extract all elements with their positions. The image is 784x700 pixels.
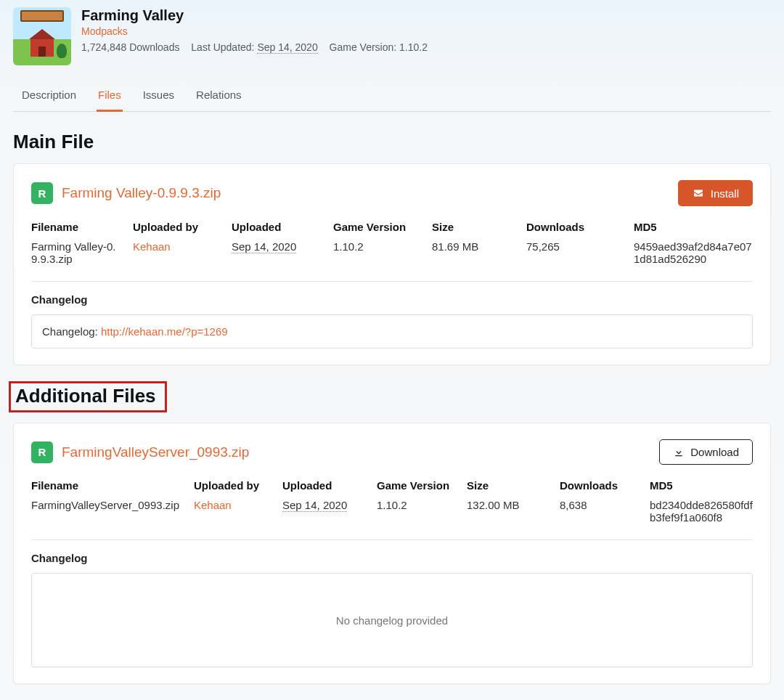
changelog-box: Changelog: http://kehaan.me/?p=1269 bbox=[31, 314, 753, 349]
col-uploaded-by: Uploaded by bbox=[133, 221, 219, 237]
main-uploaded-value: Sep 14, 2020 bbox=[232, 240, 296, 253]
additional-files-highlight: Additional Files bbox=[9, 381, 167, 412]
tabs: Description Files Issues Relations bbox=[13, 81, 771, 112]
col-filename: Filename bbox=[31, 221, 120, 237]
col-filename: Filename bbox=[31, 479, 181, 496]
install-button[interactable]: Install bbox=[678, 180, 753, 206]
col-uploaded-by: Uploaded by bbox=[194, 479, 269, 496]
project-header: Farming Valley Modpacks 1,724,848 Downlo… bbox=[13, 6, 771, 65]
divider bbox=[31, 540, 753, 540]
release-badge: R bbox=[31, 182, 53, 204]
add-size-value: 132.00 MB bbox=[467, 499, 547, 524]
download-icon bbox=[673, 447, 685, 458]
additional-files-heading: Additional Files bbox=[15, 385, 156, 407]
add-md5-value: bd2340dde826580fdfb3fef9f1a060f8 bbox=[650, 499, 753, 524]
main-file-title-link[interactable]: Farming Valley-0.9.9.3.zip bbox=[62, 185, 221, 201]
tab-files[interactable]: Files bbox=[97, 81, 123, 112]
main-game-version-value: 1.10.2 bbox=[333, 240, 419, 265]
col-size: Size bbox=[467, 479, 547, 496]
download-button-label: Download bbox=[690, 446, 739, 458]
divider bbox=[31, 281, 753, 282]
install-button-label: Install bbox=[711, 187, 739, 200]
col-downloads: Downloads bbox=[526, 221, 621, 237]
col-game-version: Game Version bbox=[333, 221, 419, 237]
col-md5: MD5 bbox=[634, 221, 753, 237]
game-version-label: Game Version: bbox=[330, 41, 397, 53]
col-md5: MD5 bbox=[650, 479, 753, 496]
changelog-prefix: Changelog: bbox=[42, 325, 101, 338]
main-filename-value: Farming Valley-0.9.9.3.zip bbox=[31, 240, 120, 265]
main-file-details: Filename Uploaded by Uploaded Game Versi… bbox=[31, 221, 753, 265]
changelog-box-empty: No changelog provided bbox=[31, 573, 753, 667]
add-uploaded-value: Sep 14, 2020 bbox=[282, 499, 347, 512]
tab-description[interactable]: Description bbox=[20, 81, 78, 111]
changelog-empty-text: No changelog provided bbox=[336, 614, 448, 627]
game-version-value: 1.10.2 bbox=[399, 41, 428, 53]
changelog-heading: Changelog bbox=[31, 552, 753, 564]
last-updated-value: Sep 14, 2020 bbox=[257, 41, 317, 54]
changelog-link[interactable]: http://kehaan.me/?p=1269 bbox=[101, 325, 228, 338]
tab-relations[interactable]: Relations bbox=[195, 81, 243, 111]
add-uploader-link[interactable]: Kehaan bbox=[194, 499, 232, 511]
main-file-card: R Farming Valley-0.9.9.3.zip Install Fil… bbox=[13, 163, 771, 365]
col-game-version: Game Version bbox=[377, 479, 454, 496]
last-updated-label: Last Updated: bbox=[191, 41, 254, 53]
additional-file-card: R FarmingValleyServer_0993.zip Download … bbox=[13, 423, 771, 684]
add-game-version-value: 1.10.2 bbox=[377, 499, 454, 524]
col-size: Size bbox=[432, 221, 513, 237]
tab-issues[interactable]: Issues bbox=[142, 81, 176, 111]
main-size-value: 81.69 MB bbox=[432, 240, 513, 265]
main-md5-value: 9459aed39af2d84a7e071d81ad526290 bbox=[634, 240, 753, 265]
main-uploader-link[interactable]: Kehaan bbox=[133, 240, 171, 253]
project-meta: 1,724,848 Downloads Last Updated: Sep 14… bbox=[81, 41, 428, 53]
changelog-heading: Changelog bbox=[31, 293, 753, 306]
col-uploaded: Uploaded bbox=[282, 479, 364, 496]
release-badge: R bbox=[31, 441, 53, 463]
main-downloads-value: 75,265 bbox=[526, 240, 621, 265]
project-icon bbox=[13, 7, 71, 65]
col-uploaded: Uploaded bbox=[232, 221, 320, 237]
add-filename-value: FarmingValleyServer_0993.zip bbox=[31, 499, 181, 524]
project-category-link[interactable]: Modpacks bbox=[81, 25, 428, 37]
additional-file-title-link[interactable]: FarmingValleyServer_0993.zip bbox=[62, 444, 249, 460]
project-title: Farming Valley bbox=[81, 7, 428, 24]
add-downloads-value: 8,638 bbox=[560, 499, 637, 524]
col-downloads: Downloads bbox=[560, 479, 637, 496]
downloads-count: 1,724,848 Downloads bbox=[81, 41, 179, 53]
download-button[interactable]: Download bbox=[659, 439, 753, 465]
additional-file-details: Filename Uploaded by Uploaded Game Versi… bbox=[31, 479, 753, 524]
main-file-heading: Main File bbox=[13, 131, 771, 153]
install-icon bbox=[692, 187, 705, 200]
